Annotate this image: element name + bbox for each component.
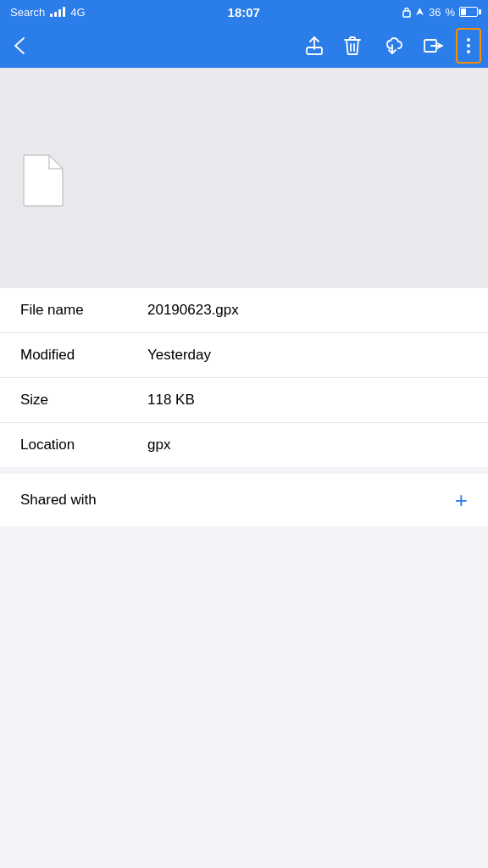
size-row: Size 118 KB bbox=[0, 378, 488, 423]
svg-point-9 bbox=[467, 50, 470, 53]
download-icon bbox=[381, 36, 403, 55]
svg-point-8 bbox=[467, 44, 470, 47]
modified-row: Modified Yesterday bbox=[0, 333, 488, 378]
battery-icon bbox=[459, 7, 478, 17]
file-icon bbox=[20, 153, 64, 211]
status-bar: Search 4G 18:07 36% bbox=[0, 0, 488, 24]
file-info-section: File name 20190623.gpx Modified Yesterda… bbox=[0, 288, 488, 467]
location-icon bbox=[415, 7, 424, 18]
nav-bar bbox=[0, 24, 488, 68]
filename-row: File name 20190623.gpx bbox=[0, 288, 488, 333]
more-icon bbox=[466, 36, 471, 55]
more-button[interactable] bbox=[456, 28, 481, 64]
back-icon bbox=[14, 36, 25, 55]
size-value: 118 KB bbox=[147, 392, 195, 409]
nav-actions bbox=[297, 28, 481, 64]
document-icon bbox=[20, 153, 64, 208]
delete-button[interactable] bbox=[336, 29, 369, 63]
add-share-button[interactable]: + bbox=[455, 489, 468, 511]
shared-with-label: Shared with bbox=[20, 492, 455, 509]
delete-icon bbox=[344, 36, 361, 56]
signal-bars bbox=[50, 7, 65, 17]
move-button[interactable] bbox=[415, 30, 452, 62]
bottom-area bbox=[0, 526, 488, 781]
filename-label: File name bbox=[20, 302, 147, 319]
shared-with-section: Shared with + bbox=[0, 474, 488, 526]
carrier-label: Search bbox=[10, 6, 45, 19]
location-value: gpx bbox=[147, 437, 170, 453]
svg-rect-0 bbox=[403, 11, 410, 17]
add-icon: + bbox=[455, 489, 468, 511]
share-button[interactable] bbox=[297, 29, 332, 63]
back-button[interactable] bbox=[7, 30, 32, 62]
status-left: Search 4G bbox=[10, 6, 86, 19]
file-preview-area bbox=[0, 68, 488, 288]
filename-value: 20190623.gpx bbox=[147, 302, 239, 319]
time-label: 18:07 bbox=[228, 5, 260, 19]
share-icon bbox=[305, 36, 324, 56]
location-row: Location gpx bbox=[0, 423, 488, 467]
network-label: 4G bbox=[70, 6, 85, 19]
move-icon bbox=[424, 36, 444, 55]
battery-percent: 36 bbox=[429, 6, 441, 19]
download-button[interactable] bbox=[373, 30, 412, 62]
modified-value: Yesterday bbox=[147, 347, 211, 364]
modified-label: Modified bbox=[20, 347, 147, 364]
location-label: Location bbox=[20, 437, 147, 453]
svg-point-7 bbox=[467, 38, 470, 42]
size-label: Size bbox=[20, 392, 147, 409]
status-right: 36% bbox=[402, 6, 478, 19]
lock-icon bbox=[402, 7, 411, 18]
